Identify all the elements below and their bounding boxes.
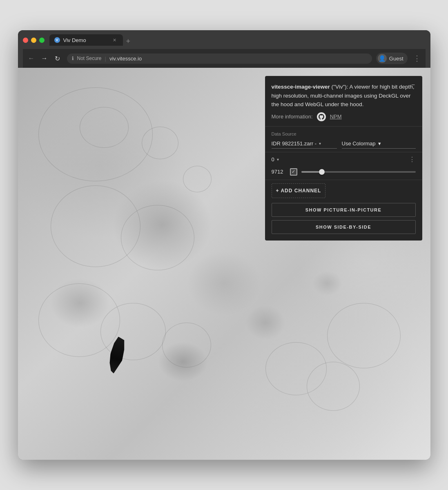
back-button[interactable]: ←: [26, 53, 37, 64]
security-icon: ℹ: [72, 56, 74, 61]
add-channel-button[interactable]: + ADD CHANNEL: [272, 183, 326, 198]
cell-overlay: [100, 303, 166, 360]
colormap-dropdown[interactable]: Use Colormap ▾: [342, 139, 416, 149]
data-source-controls: IDR 9822151.zarr - ▾ Use Colormap ▾: [272, 139, 416, 149]
tab-favicon: V: [54, 37, 60, 43]
traffic-lights: [23, 38, 45, 43]
close-button[interactable]: [23, 38, 28, 43]
refresh-button[interactable]: ↻: [52, 53, 63, 64]
data-source-value: IDR 9822151.zarr -: [272, 140, 317, 147]
maximize-button[interactable]: [39, 38, 45, 43]
security-label: Not Secure: [77, 56, 102, 61]
address-bar[interactable]: ℹ Not Secure | viv.vitessce.io: [67, 53, 372, 64]
divider-3: [265, 180, 422, 180]
minimize-button[interactable]: [31, 38, 36, 43]
nav-buttons: ← → ↻: [26, 53, 63, 64]
cell-overlay: [183, 166, 212, 192]
channel-row: 0 ▾ ⋮: [265, 152, 422, 167]
cell-overlay: [121, 205, 194, 270]
cell-overlay: [327, 303, 401, 368]
titlebar: V Viv Demo × +: [23, 34, 426, 46]
browser-window: V Viv Demo × + ← → ↻ ℹ Not Secure | viv.…: [18, 30, 430, 460]
control-panel: vitessce-image-viewer ("Viv"): A viewer …: [265, 76, 422, 241]
npm-link[interactable]: NPM: [330, 114, 342, 120]
active-tab[interactable]: V Viv Demo ×: [49, 34, 123, 46]
tab-close-button[interactable]: ×: [111, 37, 118, 43]
data-source-section: Data Source IDR 9822151.zarr - ▾ Use Col…: [265, 127, 422, 152]
cell-overlay: [142, 127, 178, 159]
channel-options-button[interactable]: ⋮: [409, 156, 416, 163]
data-source-dropdown[interactable]: IDR 9822151.zarr - ▾: [272, 139, 337, 149]
show-sbs-button[interactable]: SHOW SIDE-BY-SIDE: [272, 220, 416, 234]
viewer-area: vitessce-image-viewer ("Viv"): A viewer …: [18, 68, 430, 460]
profile-button[interactable]: 👤 Guest: [376, 53, 408, 64]
channel-num-arrow[interactable]: ▾: [277, 157, 279, 162]
colormap-label: Use Colormap: [342, 140, 376, 147]
slider-thumb[interactable]: [319, 169, 325, 175]
channel-num-value: 0: [272, 156, 274, 163]
cell-overlay: [80, 107, 129, 148]
panel-header: vitessce-image-viewer ("Viv"): A viewer …: [265, 76, 422, 126]
channel-slider[interactable]: [301, 171, 416, 173]
data-source-label: Data Source: [272, 131, 416, 136]
colormap-dropdown-arrow: ▾: [378, 140, 381, 147]
panel-title: vitessce-image-viewer ("Viv"): A viewer …: [272, 82, 416, 109]
more-info-label: More information:: [272, 114, 313, 120]
profile-icon: 👤: [378, 54, 387, 63]
panel-title-bold: vitessce-image-viewer: [272, 84, 330, 90]
url-text: viv.vitessce.io: [109, 56, 142, 62]
profile-label: Guest: [389, 56, 403, 62]
show-pip-button[interactable]: SHOW PICTURE-IN-PICTURE: [272, 203, 416, 217]
checkbox-check-icon: ✓: [292, 169, 295, 174]
channel-number: 0 ▾: [272, 156, 279, 163]
github-link[interactable]: [317, 112, 326, 121]
data-source-dropdown-arrow: ▾: [319, 141, 321, 146]
tab-title: Viv Demo: [63, 37, 86, 43]
action-buttons-section: + ADD CHANNEL SHOW PICTURE-IN-PICTURE SH…: [265, 183, 422, 241]
browser-menu-button[interactable]: ⋮: [412, 52, 422, 65]
channel-value-row: 9712 ✓: [265, 167, 422, 180]
url-separator: |: [105, 56, 106, 62]
address-bar-row: ← → ↻ ℹ Not Secure | viv.vitessce.io 👤 G…: [23, 49, 426, 68]
panel-minimize-button[interactable]: −: [409, 81, 417, 89]
new-tab-button[interactable]: +: [123, 37, 134, 46]
forward-button[interactable]: →: [39, 53, 50, 64]
tab-bar: V Viv Demo × +: [49, 34, 426, 46]
browser-chrome: V Viv Demo × + ← → ↻ ℹ Not Secure | viv.…: [18, 30, 430, 68]
cell-overlay: [162, 323, 211, 368]
channel-visibility-checkbox[interactable]: ✓: [290, 168, 297, 176]
more-info-row: More information: NPM: [272, 112, 416, 121]
cell-overlay: [307, 362, 360, 411]
channel-value-label: 9712: [272, 169, 286, 175]
